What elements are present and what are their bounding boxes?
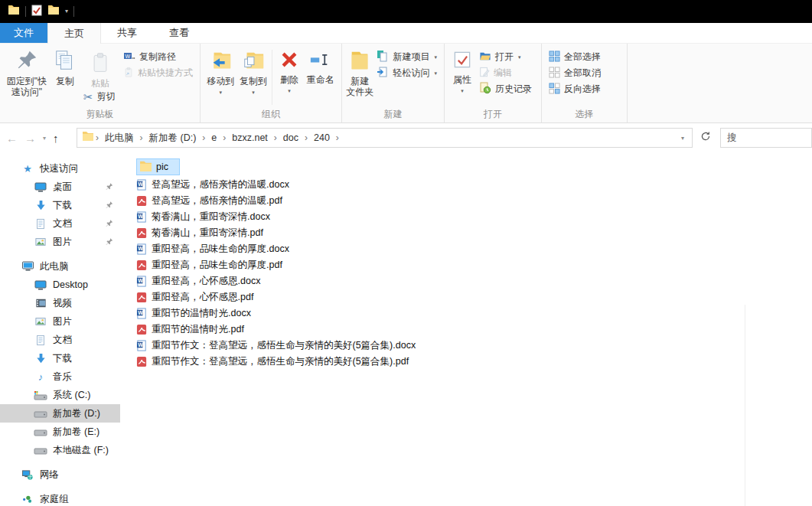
file-item[interactable]: W 登高望远，感悟亲情的温暖.docx <box>136 177 812 193</box>
file-item[interactable]: 菊香满山，重阳寄深情.pdf <box>136 225 812 241</box>
breadcrumb-doc[interactable]: doc <box>279 132 303 143</box>
ribbon-tab-row: 文件 主页 共享 查看 <box>0 23 812 44</box>
sidebar-item-this-pc[interactable]: 此电脑 <box>0 257 120 276</box>
breadcrumb-240[interactable]: 240 <box>309 132 334 143</box>
file-item[interactable]: W 重阳节作文：登高望远，感悟生命与亲情的美好(5篇合集).docx <box>136 338 812 354</box>
sidebar-item-pictures-qa[interactable]: 图片 <box>0 233 120 251</box>
rename-button[interactable]: 重命名 <box>303 47 338 109</box>
address-box[interactable]: › 此电脑 › 新加卷 (D:) › e › bzxz.net › doc › … <box>77 128 693 148</box>
qat-folder-icon[interactable] <box>8 5 20 18</box>
file-item[interactable]: 重阳登高，品味生命的厚度.pdf <box>136 257 812 273</box>
sidebar-item-documents[interactable]: 文档 <box>0 331 120 349</box>
file-item[interactable]: W 重阳登高，品味生命的厚度.docx <box>136 241 812 257</box>
cut-button[interactable]: ✂ 剪切 <box>80 89 120 105</box>
back-button-icon[interactable]: ← <box>6 132 18 145</box>
edit-icon <box>479 67 490 80</box>
history-button[interactable]: 历史记录 <box>476 81 535 97</box>
delete-icon <box>279 49 300 73</box>
select-none-button[interactable]: 全部取消 <box>546 65 604 81</box>
breadcrumb-drive-d[interactable]: 新加卷 (D:) <box>145 132 201 145</box>
new-item-button[interactable]: 新建项目 ▾ <box>373 49 440 65</box>
breadcrumb-separator-icon[interactable]: › <box>140 132 143 143</box>
delete-button[interactable]: 删除 ▾ <box>275 47 303 109</box>
sidebar-item-downloads[interactable]: 下载 <box>0 349 120 367</box>
sidebar-item-network[interactable]: 网络 <box>0 465 120 484</box>
sidebar-item-drive-d[interactable]: 新加卷 (D:) <box>0 404 120 423</box>
open-button[interactable]: 打开 ▾ <box>476 49 535 65</box>
refresh-button[interactable] <box>696 128 716 148</box>
svg-text:W: W <box>126 54 131 59</box>
breadcrumb-this-pc[interactable]: 此电脑 <box>100 132 139 145</box>
search-input[interactable]: 搜 <box>720 128 812 148</box>
copy-path-button[interactable]: W 复制路径 <box>120 49 196 65</box>
breadcrumb-separator-icon[interactable]: › <box>274 132 277 143</box>
sidebar-item-drive-e[interactable]: 新加卷 (E:) <box>0 423 120 441</box>
breadcrumb-separator-icon[interactable]: › <box>305 132 308 143</box>
sidebar-item-drive-c[interactable]: 系统 (C:) <box>0 386 120 404</box>
invert-selection-icon <box>549 83 560 96</box>
tab-home[interactable]: 主页 <box>47 23 101 44</box>
drive-icon <box>34 445 47 455</box>
svg-text:W: W <box>138 246 143 251</box>
paste-shortcut-button[interactable]: 粘贴快捷方式 <box>120 65 196 81</box>
breadcrumb-separator-icon[interactable]: › <box>336 132 339 143</box>
properties-button[interactable]: 属性 ▾ <box>448 47 476 109</box>
pin-to-quick-access-button[interactable]: 固定到"快 速访问" <box>4 47 50 109</box>
breadcrumb-separator-icon[interactable]: › <box>202 132 205 143</box>
explorer-window: ▾ 文件 主页 共享 查看 固定到"快 速访问" 复制 <box>0 0 812 506</box>
sidebar-item-desktop-qa[interactable]: 桌面 <box>0 178 120 196</box>
select-all-button[interactable]: 全部选择 <box>546 49 604 65</box>
ribbon-group-open: 属性 ▾ 打开 ▾ 编辑 历史记录 <box>445 44 542 122</box>
sidebar-item-desktop[interactable]: Desktop <box>0 276 120 294</box>
qat-customize-chevron-icon[interactable]: ▾ <box>65 8 68 15</box>
sidebar-item-music[interactable]: ♪ 音乐 <box>0 367 120 386</box>
move-to-button[interactable]: 移动到 ▾ <box>204 47 237 109</box>
easy-access-button[interactable]: 轻松访问 ▾ <box>373 65 440 81</box>
content-area: ★ 快速访问 桌面 下载 文档 图片 <box>0 152 812 506</box>
file-item[interactable]: W 重阳登高，心怀感恩.docx <box>136 273 812 289</box>
invert-selection-button[interactable]: 反向选择 <box>546 81 604 97</box>
paste-button[interactable]: 粘贴 <box>80 49 120 89</box>
breadcrumb-separator-icon[interactable]: › <box>223 132 226 143</box>
ribbon-group-organize: 移动到 ▾ 复制到 ▾ 删除 ▾ 重命名 组 <box>201 44 342 122</box>
sidebar-item-downloads-qa[interactable]: 下载 <box>0 196 120 214</box>
tab-share[interactable]: 共享 <box>101 23 153 43</box>
folder-item-pic[interactable]: pic <box>136 158 180 175</box>
new-item-label: 新建项目 <box>393 51 429 64</box>
edit-button[interactable]: 编辑 <box>476 65 535 81</box>
svg-text:W: W <box>138 181 143 187</box>
tab-view[interactable]: 查看 <box>153 23 205 43</box>
up-button-icon[interactable]: ↑ <box>53 132 59 145</box>
sidebar-item-homegroup[interactable]: 家庭组 <box>0 490 120 506</box>
file-item[interactable]: 登高望远，感悟亲情的温暖.pdf <box>136 193 812 209</box>
qat-properties-icon[interactable] <box>31 5 42 19</box>
copy-button[interactable]: 复制 <box>50 47 80 109</box>
sidebar-item-videos[interactable]: 视频 <box>0 294 120 312</box>
sidebar-label: 文档 <box>53 334 72 347</box>
breadcrumb-bzxz-net[interactable]: bzxz.net <box>227 132 272 143</box>
drive-icon <box>34 408 47 419</box>
forward-button-icon[interactable]: → <box>24 132 36 145</box>
sidebar-item-quick-access[interactable]: ★ 快速访问 <box>0 159 120 178</box>
file-item[interactable]: 重阳节作文：登高望远，感悟生命与亲情的美好(5篇合集).pdf <box>136 354 812 370</box>
new-folder-button[interactable]: 新建 文件夹 <box>346 47 373 109</box>
breadcrumb-e[interactable]: e <box>207 132 221 143</box>
copy-icon <box>54 49 77 74</box>
file-item[interactable]: 重阳节的温情时光.pdf <box>136 322 812 338</box>
pin-icon <box>106 237 113 248</box>
recent-locations-chevron-icon[interactable]: ▾ <box>43 135 46 142</box>
qat-newfolder-icon[interactable] <box>47 5 60 18</box>
videos-icon <box>34 298 47 308</box>
select-all-label: 全部选择 <box>564 51 601 64</box>
address-history-chevron-icon[interactable]: ▾ <box>677 135 689 142</box>
file-name: 重阳登高，品味生命的厚度.pdf <box>152 259 282 272</box>
sidebar-item-documents-qa[interactable]: 文档 <box>0 214 120 233</box>
sidebar-item-drive-f[interactable]: 本地磁盘 (F:) <box>0 441 120 459</box>
sidebar-item-pictures[interactable]: 图片 <box>0 312 120 331</box>
tab-file[interactable]: 文件 <box>0 23 47 43</box>
file-item[interactable]: 重阳登高，心怀感恩.pdf <box>136 289 812 305</box>
file-item[interactable]: W 菊香满山，重阳寄深情.docx <box>136 209 812 225</box>
copy-to-button[interactable]: 复制到 ▾ <box>237 47 270 109</box>
sidebar-label: 图片 <box>53 236 72 249</box>
file-item[interactable]: W 重阳节的温情时光.docx <box>136 305 812 322</box>
